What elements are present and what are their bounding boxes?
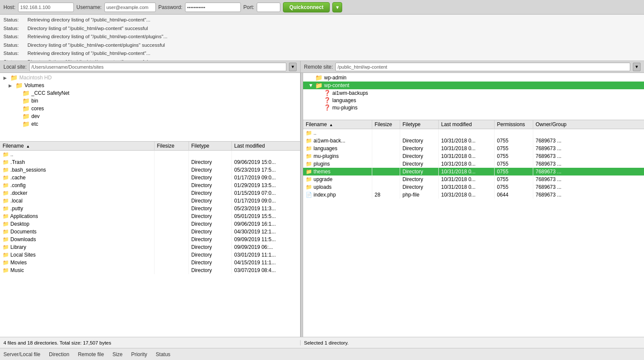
table-row[interactable]: 📁 .config Directory 01/29/2019 13:5...: [0, 182, 300, 189]
table-row[interactable]: 📁 ..: [0, 151, 300, 159]
tree-item-cores[interactable]: 📁 cores: [0, 105, 300, 112]
file-name: 📁 ..: [303, 129, 372, 137]
left-file-table: Filename ▲ Filesize Filetype Last modifi…: [0, 142, 300, 274]
file-size: [154, 251, 188, 259]
tree-item-macintosh[interactable]: ▶ 📁 Macintosh HD: [0, 74, 300, 82]
file-type: Directory: [400, 183, 438, 191]
file-name: 📁 Downloads: [0, 236, 154, 243]
table-row[interactable]: 📁 Movies Directory 04/15/2019 11:1...: [0, 259, 300, 266]
file-name: 📁 Desktop: [0, 220, 154, 228]
col-modified[interactable]: Last modified: [438, 120, 494, 129]
table-row[interactable]: 📁 Library Directory 09/09/2019 06:...: [0, 243, 300, 251]
table-row[interactable]: 📁 Applications Directory 05/01/2019 15:5…: [0, 212, 300, 220]
tree-item-dev[interactable]: 📁 dev: [0, 112, 300, 120]
tree-item-ccc[interactable]: 📁 _CCC SafetyNet: [0, 89, 300, 97]
port-input[interactable]: [257, 3, 280, 12]
tree-item-bin[interactable]: 📁 bin: [0, 97, 300, 105]
right-panel: 📁 wp-admin ▼ 📁 wp-content ❓ ai1wm-backup…: [303, 73, 644, 337]
col-filetype[interactable]: Filetype: [188, 142, 231, 151]
tree-label: ai1wm-backups: [332, 90, 368, 96]
table-row[interactable]: 📁 Music Directory 03/07/2019 08:4...: [0, 266, 300, 274]
table-row[interactable]: 📁 .putty Directory 05/23/2019 11:3...: [0, 205, 300, 212]
remote-status-text: Selected 1 directory.: [304, 340, 349, 345]
tree-item-etc[interactable]: 📁 etc: [0, 120, 300, 128]
remote-site-bar: Remote site: ▼: [301, 61, 644, 73]
file-modified: 10/31/2018 0...: [438, 152, 494, 160]
table-row[interactable]: 📁 .docker Directory 01/15/2019 07:0...: [0, 189, 300, 197]
folder-icon: 📁: [22, 105, 30, 112]
rtree-item-wpadmin[interactable]: 📁 wp-admin: [303, 74, 644, 82]
col-permissions[interactable]: Permissions: [494, 120, 533, 129]
file-name: 📁 Movies: [0, 259, 154, 266]
username-input[interactable]: [104, 3, 156, 12]
local-site-dropdown[interactable]: ▼: [289, 63, 297, 71]
file-type: Directory: [188, 266, 231, 274]
local-site-input[interactable]: [29, 63, 286, 71]
col-modified[interactable]: Last modified: [231, 142, 300, 151]
file-type: Directory: [188, 166, 231, 174]
table-row[interactable]: 📁 ..: [303, 129, 644, 137]
question-icon: ❓: [324, 90, 331, 96]
file-perms: 0755: [494, 160, 533, 168]
table-row[interactable]: 📁 uploads Directory 10/31/2018 0... 0755…: [303, 183, 644, 191]
table-row[interactable]: 📁 upgrade Directory 10/31/2018 0... 0755…: [303, 175, 644, 183]
col-filetype[interactable]: Filetype: [400, 120, 438, 129]
file-size: [372, 168, 400, 175]
status-line-5: Status: Retrieving directory listing of …: [3, 49, 641, 58]
file-size: [154, 166, 188, 174]
quickconnect-button[interactable]: Quickconnect: [283, 2, 330, 12]
file-owner: 7689673 ...: [533, 152, 644, 160]
queue-remote-file: Remote file: [78, 351, 104, 357]
file-type: Directory: [400, 152, 438, 160]
file-size: [372, 137, 400, 145]
table-row[interactable]: 📁 ai1wm-back... Directory 10/31/2018 0..…: [303, 137, 644, 145]
remote-site-input[interactable]: [335, 63, 630, 71]
quickconnect-dropdown-button[interactable]: ▼: [332, 2, 342, 12]
col-filename[interactable]: Filename ▲: [303, 120, 372, 129]
table-row[interactable]: 📁 languages Directory 10/31/2018 0... 07…: [303, 145, 644, 152]
table-row[interactable]: 📁 Local Sites Directory 03/01/2019 11:1.…: [0, 251, 300, 259]
col-filesize[interactable]: Filesize: [154, 142, 188, 151]
folder-icon: 📁: [22, 113, 30, 120]
remote-site-dropdown[interactable]: ▼: [633, 63, 641, 71]
file-modified: 09/09/2019 11:5...: [231, 236, 300, 243]
rtree-item-wpcontent[interactable]: ▼ 📁 wp-content: [303, 82, 644, 89]
file-type: Directory: [188, 197, 231, 205]
rtree-item-languages[interactable]: ❓ languages: [303, 97, 644, 104]
host-input[interactable]: [18, 3, 74, 12]
tree-item-volumes[interactable]: ▶ 📁 Volumes: [0, 82, 300, 89]
table-row[interactable]: 📁 .local Directory 01/17/2019 09:0...: [0, 197, 300, 205]
file-size: [372, 129, 400, 137]
file-name: 📁 .bash_sessions: [0, 166, 154, 174]
table-row[interactable]: 📁 .cache Directory 01/17/2019 09:0...: [0, 174, 300, 182]
table-row[interactable]: 📄 index.php 28 php-file 10/31/2018 0... …: [303, 191, 644, 199]
folder-icon: 📁: [315, 82, 322, 89]
table-row[interactable]: 📁 mu-plugins Directory 10/31/2018 0... 0…: [303, 152, 644, 160]
folder-icon: 📁: [15, 82, 23, 89]
col-filesize[interactable]: Filesize: [372, 120, 400, 129]
queue-size: Size: [112, 351, 122, 357]
rtree-item-muplugins[interactable]: ❓ mu-plugins: [303, 104, 644, 111]
file-type: Directory: [188, 212, 231, 220]
table-row-selected[interactable]: 📁 themes Directory 10/31/2018 0... 0755 …: [303, 168, 644, 175]
table-row[interactable]: 📁 plugins Directory 10/31/2018 0... 0755…: [303, 160, 644, 168]
table-row[interactable]: 📁 Documents Directory 04/30/2019 12:1...: [0, 228, 300, 236]
table-row[interactable]: 📁 Desktop Directory 09/06/2019 16:1...: [0, 220, 300, 228]
password-input[interactable]: [185, 3, 241, 12]
rtree-item-ai1wm[interactable]: ❓ ai1wm-backups: [303, 89, 644, 97]
file-modified: 03/01/2019 11:1...: [231, 251, 300, 259]
file-name: 📁 Applications: [0, 212, 154, 220]
file-modified: 10/31/2018 0...: [438, 183, 494, 191]
file-name: 📁 ..: [0, 151, 154, 159]
file-owner: 7689673 ...: [533, 168, 644, 175]
table-row[interactable]: 📁 Downloads Directory 09/09/2019 11:5...: [0, 236, 300, 243]
file-name: 📁 languages: [303, 145, 372, 152]
col-filename[interactable]: Filename ▲: [0, 142, 154, 151]
status-key: Status:: [3, 24, 26, 33]
file-owner: 7689673 ...: [533, 160, 644, 168]
status-key: Status:: [3, 58, 26, 61]
table-row[interactable]: 📁 .bash_sessions Directory 05/23/2019 17…: [0, 166, 300, 174]
tree-label: Macintosh HD: [19, 75, 52, 81]
table-row[interactable]: 📁 .Trash Directory 09/06/2019 15:0...: [0, 158, 300, 166]
col-owner[interactable]: Owner/Group: [533, 120, 644, 129]
